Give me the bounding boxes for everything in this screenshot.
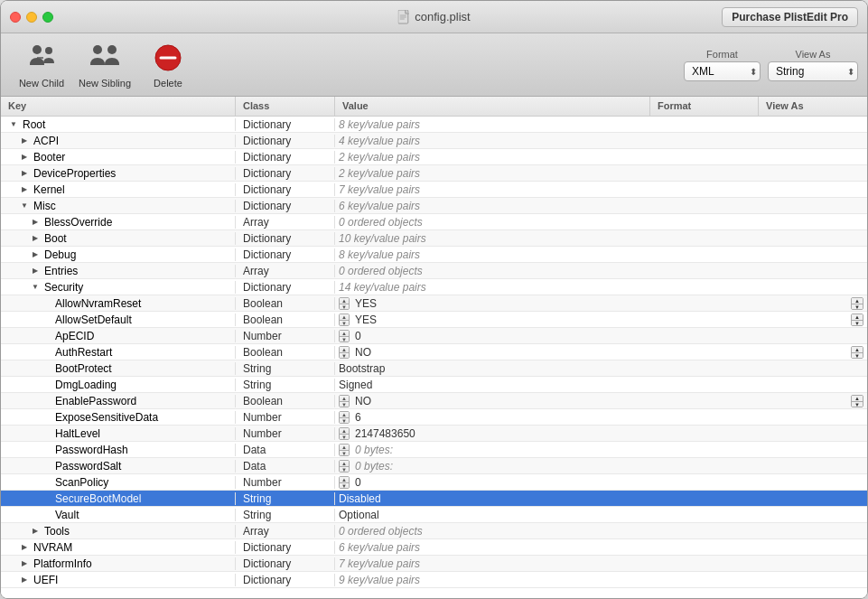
- key-label: PasswordSalt: [55, 460, 121, 473]
- disclosure-triangle[interactable]: [30, 282, 41, 293]
- class-label: String: [236, 492, 335, 505]
- value-text: Optional: [339, 509, 379, 521]
- table-row[interactable]: VaultStringOptional: [1, 507, 867, 523]
- stepper-control[interactable]: ▲▼: [339, 330, 350, 342]
- table-row[interactable]: HaltLevelNumber▲▼2147483650: [1, 426, 867, 442]
- table-row[interactable]: PasswordHashData▲▼0 bytes:: [1, 442, 867, 458]
- value-text: 8 key/value pairs: [339, 248, 420, 261]
- stepper-down[interactable]: ▼: [340, 451, 349, 456]
- stepper-down[interactable]: ▼: [340, 435, 349, 440]
- value-stepper-right[interactable]: ▲▼: [851, 297, 863, 310]
- table-row[interactable]: BootProtectStringBootstrap: [1, 360, 867, 377]
- stepper-down[interactable]: ▼: [340, 467, 349, 473]
- format-select[interactable]: XML Binary JSON OpenStep: [684, 61, 761, 81]
- key-label: Root: [23, 118, 45, 131]
- disclosure-triangle[interactable]: [19, 136, 30, 146]
- table-row[interactable]: ScanPolicyNumber▲▼0: [1, 474, 867, 491]
- table-row[interactable]: PasswordSaltData▲▼0 bytes:: [1, 458, 867, 474]
- table-row[interactable]: KernelDictionary7 key/value pairs: [1, 182, 867, 198]
- value-text: 2 key/value pairs: [339, 151, 420, 164]
- stepper-up[interactable]: ▲: [340, 445, 349, 451]
- stepper-down[interactable]: ▼: [340, 483, 349, 489]
- disclosure-triangle[interactable]: [19, 542, 30, 553]
- stepper-up[interactable]: ▲: [340, 331, 349, 337]
- stepper-control[interactable]: ▲▼: [339, 427, 350, 440]
- stepper-control[interactable]: ▲▼: [339, 460, 350, 473]
- table-row[interactable]: AuthRestartBoolean▲▼NO▲▼: [1, 344, 867, 360]
- close-button[interactable]: [10, 12, 21, 23]
- table-row[interactable]: UEFIDictionary9 key/value pairs: [1, 572, 867, 588]
- disclosure-triangle[interactable]: [30, 526, 41, 537]
- purchase-button[interactable]: Purchase PlistEdit Pro: [722, 7, 858, 27]
- key-label: Entries: [44, 265, 78, 277]
- key-label: AllowNvramReset: [55, 297, 141, 310]
- table-row[interactable]: DevicePropertiesDictionary2 key/value pa…: [1, 165, 867, 182]
- class-label: Dictionary: [236, 281, 335, 294]
- value-stepper-right[interactable]: ▲▼: [851, 346, 863, 359]
- key-label: ACPI: [33, 135, 59, 147]
- bool-stepper[interactable]: ▲▼: [339, 395, 350, 407]
- table-row[interactable]: ExposeSensitiveDataNumber▲▼6: [1, 409, 867, 426]
- table-row[interactable]: PlatformInfoDictionary7 key/value pairs: [1, 556, 867, 572]
- disclosure-triangle[interactable]: [30, 233, 41, 244]
- stepper-up[interactable]: ▲: [340, 477, 349, 483]
- stepper-up[interactable]: ▲: [340, 461, 349, 467]
- stepper-control[interactable]: ▲▼: [339, 444, 350, 456]
- table-row[interactable]: AllowSetDefaultBoolean▲▼YES▲▼: [1, 312, 867, 328]
- table-row[interactable]: NVRAMDictionary6 key/value pairs: [1, 539, 867, 556]
- stepper-control[interactable]: ▲▼: [339, 411, 350, 424]
- table-row[interactable]: SecurityDictionary14 key/value pairs: [1, 279, 867, 295]
- key-label: DeviceProperties: [33, 167, 116, 180]
- table-row[interactable]: ApECIDNumber▲▼0: [1, 328, 867, 344]
- table-row[interactable]: ACPIDictionary4 key/value pairs: [1, 133, 867, 149]
- value-cell: 8 key/value pairs: [335, 248, 867, 261]
- stepper-up[interactable]: ▲: [340, 428, 349, 435]
- disclosure-triangle[interactable]: [30, 249, 41, 260]
- table-row[interactable]: BootDictionary10 key/value pairs: [1, 230, 867, 247]
- toolbar: New Child New Sibling Dele: [1, 33, 867, 97]
- minimize-button[interactable]: [26, 12, 37, 23]
- stepper-down[interactable]: ▼: [340, 337, 349, 342]
- bool-stepper[interactable]: ▲▼: [339, 314, 350, 326]
- table-row[interactable]: ToolsArray0 ordered objects: [1, 523, 867, 539]
- disclosure-triangle[interactable]: [30, 217, 41, 228]
- table-row[interactable]: BooterDictionary2 key/value pairs: [1, 149, 867, 165]
- disclosure-triangle[interactable]: [19, 184, 30, 195]
- disclosure-triangle[interactable]: [19, 168, 30, 179]
- disclosure-triangle[interactable]: [19, 558, 30, 569]
- new-child-button[interactable]: New Child: [10, 38, 73, 92]
- stepper-down[interactable]: ▼: [340, 418, 349, 424]
- value-cell: ▲▼0: [335, 330, 867, 342]
- disclosure-triangle[interactable]: [19, 201, 30, 211]
- table-row[interactable]: EnablePasswordBoolean▲▼NO▲▼: [1, 393, 867, 409]
- disclosure-triangle[interactable]: [8, 119, 19, 130]
- table-row[interactable]: MiscDictionary6 key/value pairs: [1, 198, 867, 214]
- delete-label: Delete: [154, 78, 182, 89]
- maximize-button[interactable]: [42, 12, 53, 23]
- bool-stepper[interactable]: ▲▼: [339, 346, 350, 359]
- viewas-select[interactable]: String Hex Octal: [768, 61, 858, 81]
- key-label: BootProtect: [55, 362, 112, 375]
- disclosure-triangle[interactable]: [19, 152, 30, 163]
- disclosure-triangle[interactable]: [30, 266, 41, 276]
- delete-button[interactable]: Delete: [136, 38, 200, 92]
- table-body[interactable]: RootDictionary8 key/value pairsACPIDicti…: [1, 117, 867, 598]
- table-row[interactable]: EntriesArray0 ordered objects: [1, 263, 867, 279]
- viewas-label: View As: [796, 49, 831, 60]
- value-text: 14 key/value pairs: [339, 281, 426, 294]
- stepper-control[interactable]: ▲▼: [339, 476, 350, 489]
- stepper-up[interactable]: ▲: [340, 412, 349, 418]
- new-sibling-button[interactable]: New Sibling: [73, 38, 136, 92]
- value-stepper-right[interactable]: ▲▼: [851, 395, 863, 407]
- table-row[interactable]: SecureBootModelStringDisabled: [1, 491, 867, 507]
- value-stepper-right[interactable]: ▲▼: [851, 314, 863, 326]
- table-row[interactable]: RootDictionary8 key/value pairs: [1, 117, 867, 133]
- table-row[interactable]: DmgLoadingStringSigned: [1, 377, 867, 393]
- value-text: 9 key/value pairs: [339, 574, 420, 586]
- table-row[interactable]: BlessOverrideArray0 ordered objects: [1, 214, 867, 230]
- table-row[interactable]: DebugDictionary8 key/value pairs: [1, 247, 867, 263]
- table-row[interactable]: AllowNvramResetBoolean▲▼YES▲▼: [1, 295, 867, 312]
- disclosure-triangle[interactable]: [19, 575, 30, 585]
- value-cell: ▲▼6: [335, 411, 867, 424]
- bool-stepper[interactable]: ▲▼: [339, 297, 350, 310]
